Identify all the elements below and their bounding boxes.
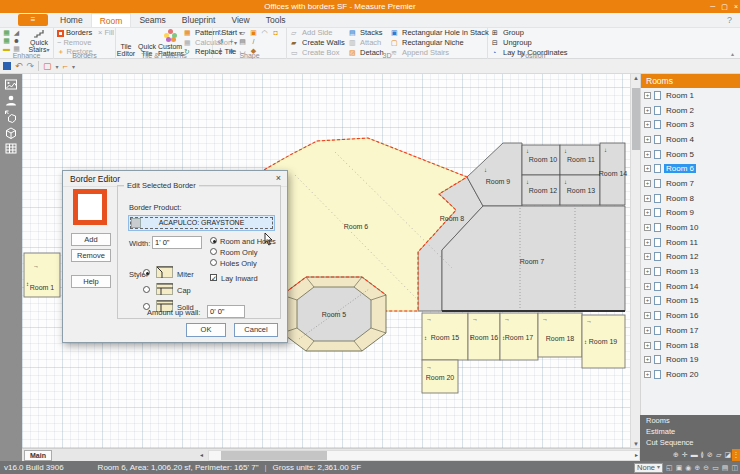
view-item[interactable]: Estimate bbox=[640, 426, 740, 437]
views-more-button[interactable]: ⋮ bbox=[732, 449, 740, 461]
rect-hole-button[interactable]: ▣Rectangular Hole in Stack bbox=[391, 29, 489, 37]
width-input[interactable] bbox=[152, 236, 202, 249]
cap-radio[interactable] bbox=[143, 286, 150, 293]
expand-plus-icon[interactable]: + bbox=[644, 195, 651, 202]
export-box-icon[interactable] bbox=[4, 110, 18, 123]
room-list-item[interactable]: + Room 16 bbox=[641, 308, 740, 323]
expand-plus-icon[interactable]: + bbox=[644, 209, 651, 216]
rect-dropdown-icon[interactable]: ▾ bbox=[56, 63, 59, 70]
create-walls-button[interactable]: ▰Create Walls bbox=[291, 39, 345, 47]
room-list-item[interactable]: + Room 12 bbox=[641, 250, 740, 265]
move-alt-icon[interactable]: + bbox=[227, 38, 236, 46]
sketch-icon[interactable]: ◢ bbox=[12, 29, 21, 37]
copy-icon[interactable]: ▱ bbox=[238, 29, 247, 37]
arc-icon[interactable]: ◠ bbox=[260, 29, 269, 37]
enhance-grid-icon[interactable]: ▦ bbox=[2, 29, 11, 37]
room-list-item[interactable]: + Room 15 bbox=[641, 294, 740, 309]
zoom-tool-icon[interactable]: ⊕ bbox=[673, 451, 679, 459]
expand-plus-icon[interactable]: + bbox=[644, 224, 651, 231]
remove-border-dialog-button[interactable]: Remove bbox=[71, 249, 111, 262]
cancel-button[interactable]: Cancel bbox=[234, 323, 278, 337]
zoom-window-icon[interactable]: ▭ bbox=[712, 464, 719, 472]
expand-plus-icon[interactable]: + bbox=[644, 283, 651, 290]
expand-plus-icon[interactable]: + bbox=[644, 312, 651, 319]
group-button[interactable]: ⊞Group bbox=[492, 29, 524, 37]
scroll-left-icon[interactable]: ◂ bbox=[200, 451, 203, 458]
holes-only-radio[interactable] bbox=[210, 259, 217, 266]
zoom-out-icon[interactable]: ⊖ bbox=[703, 464, 709, 472]
expand-plus-icon[interactable]: + bbox=[644, 121, 651, 128]
layer-combo[interactable]: None▾ bbox=[634, 463, 663, 473]
room-list-item[interactable]: + Room 6 bbox=[641, 161, 740, 176]
help-icon[interactable]: ? bbox=[727, 15, 732, 25]
add-border-button[interactable]: Add bbox=[71, 233, 111, 246]
expand-plus-icon[interactable]: + bbox=[644, 297, 651, 304]
sheet-tab-main[interactable]: Main bbox=[24, 450, 52, 461]
room-list-item[interactable]: + Room 3 bbox=[641, 117, 740, 132]
expand-plus-icon[interactable]: + bbox=[644, 327, 651, 334]
no-icon[interactable]: ⊘ bbox=[707, 451, 713, 459]
save-icon[interactable] bbox=[3, 62, 11, 70]
room-list-item[interactable]: + Room 2 bbox=[641, 103, 740, 118]
room-list-item[interactable]: + Room 10 bbox=[641, 220, 740, 235]
room-and-holes-radio[interactable] bbox=[210, 237, 217, 244]
undo-icon[interactable]: ↶ bbox=[15, 61, 23, 71]
room-list-item[interactable]: + Room 20 bbox=[641, 367, 740, 382]
miter-radio[interactable] bbox=[143, 269, 150, 276]
dialog-close-icon[interactable]: × bbox=[276, 173, 281, 183]
photo-icon[interactable] bbox=[4, 78, 18, 91]
expand-plus-icon[interactable]: + bbox=[644, 180, 651, 187]
expand-plus-icon[interactable]: + bbox=[644, 253, 651, 260]
room-list-item[interactable]: + Room 4 bbox=[641, 132, 740, 147]
view-item[interactable]: Rooms bbox=[640, 415, 740, 426]
room-list-item[interactable]: + Room 9 bbox=[641, 206, 740, 221]
border-product-button[interactable]: ACAPULCO: GRAYSTONE bbox=[128, 215, 275, 231]
app-menu-button[interactable]: ≡ bbox=[18, 14, 48, 26]
corner-tool-icon[interactable]: ⌐ bbox=[63, 61, 68, 71]
room-only-radio[interactable] bbox=[210, 248, 217, 255]
borders-button[interactable]: Borders bbox=[57, 29, 92, 37]
grid-icon[interactable] bbox=[4, 142, 18, 155]
add-side-button[interactable]: ▱Add Side bbox=[291, 29, 332, 37]
attach-button[interactable]: ▥Attach bbox=[349, 39, 381, 47]
vscroll-thumb[interactable] bbox=[632, 88, 640, 150]
move-icon[interactable]: + bbox=[227, 29, 236, 37]
tab-room[interactable]: Room bbox=[91, 13, 132, 27]
redo-icon[interactable]: ↷ bbox=[27, 61, 35, 71]
orbit-icon[interactable]: ◉ bbox=[685, 464, 691, 472]
view-item[interactable]: Cut Sequence bbox=[640, 437, 740, 448]
ungroup-button[interactable]: ⊟Ungroup bbox=[492, 39, 532, 47]
zoom-extents-icon[interactable]: ▤ bbox=[722, 464, 729, 472]
expand-plus-icon[interactable]: + bbox=[644, 107, 651, 114]
maximize-button[interactable]: ▢ bbox=[721, 3, 728, 11]
canvas-vscrollbar[interactable]: ▲ ▼ bbox=[630, 74, 640, 448]
expand-plus-icon[interactable]: + bbox=[644, 165, 651, 172]
room-list-item[interactable]: + Room 7 bbox=[641, 176, 740, 191]
lock-icon[interactable]: ◘ bbox=[271, 29, 280, 37]
room-list-item[interactable]: + Room 13 bbox=[641, 264, 740, 279]
hscroll-thumb[interactable] bbox=[221, 451, 327, 460]
rotate-cw-icon[interactable]: ↻ bbox=[216, 29, 225, 37]
tab-home[interactable]: Home bbox=[52, 13, 91, 27]
enhance-grid2-icon[interactable]: ▦ bbox=[2, 37, 11, 45]
expand-plus-icon[interactable]: + bbox=[644, 371, 651, 378]
grid-icon[interactable]: ▤ bbox=[238, 38, 247, 46]
cube-icon[interactable] bbox=[4, 126, 18, 139]
quick-stairs-button[interactable]: Quick Stairs▾ bbox=[26, 29, 52, 54]
tab-blueprint[interactable]: Blueprint bbox=[174, 13, 224, 27]
expand-plus-icon[interactable]: + bbox=[644, 136, 651, 143]
help-button[interactable]: Help bbox=[71, 275, 111, 288]
ribbon-collapse-icon[interactable]: ▴ bbox=[731, 50, 734, 57]
expand-plus-icon[interactable]: + bbox=[644, 151, 651, 158]
expand-plus-icon[interactable]: + bbox=[644, 268, 651, 275]
room-list-item[interactable]: + Room 19 bbox=[641, 352, 740, 367]
canvas-hscrollbar[interactable] bbox=[208, 450, 640, 461]
room-list-item[interactable]: + Room 5 bbox=[641, 147, 740, 162]
rect-niche-button[interactable]: ▢Rectangular Niche bbox=[391, 39, 464, 47]
expand-plus-icon[interactable]: + bbox=[644, 239, 651, 246]
fill-button[interactable]: ×Fill bbox=[98, 29, 114, 37]
rotate-ccw-icon[interactable]: ↺ bbox=[216, 38, 225, 46]
pan-icon[interactable]: ▣ bbox=[676, 464, 683, 472]
amount-up-wall-input[interactable] bbox=[207, 305, 245, 318]
pin-icon[interactable]: ≬ bbox=[701, 451, 704, 459]
